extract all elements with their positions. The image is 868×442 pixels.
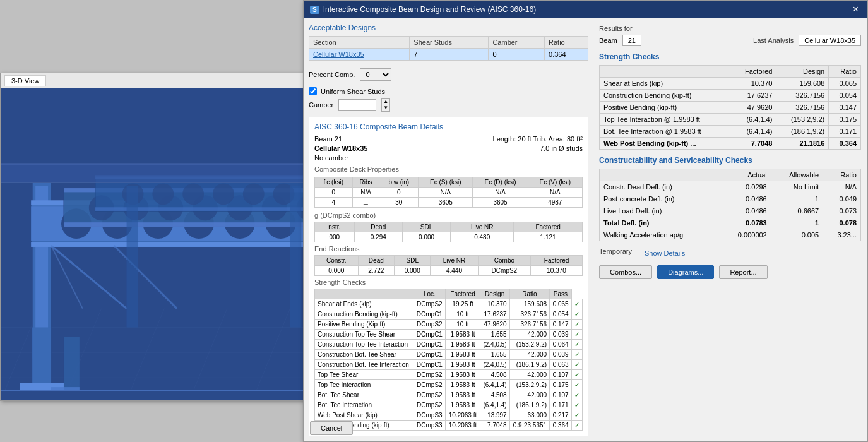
col-shear-studs: Shear Studs (410, 37, 489, 49)
th-rdead: Dead (358, 256, 394, 266)
beam-camber-info: No camber (314, 154, 348, 162)
app-icon: S (310, 6, 319, 14)
bottom-buttons: Combos... Diagrams... Report... (599, 265, 861, 279)
svg-rect-66 (290, 186, 302, 327)
th-sname (315, 289, 413, 299)
diagrams-button[interactable]: Diagrams... (657, 265, 714, 279)
th-rlivenr: Live NR (431, 256, 478, 266)
camber-spinner[interactable]: ▲ ▼ (381, 98, 390, 112)
table-row: Constr. Dead Defl. (in) 0.0298 No Limit … (600, 181, 861, 193)
table-row: Shear at Ends (kip) DCmpS2 19.25 ft 10.3… (315, 299, 583, 309)
table-row: Construction Top Tee Interaction DCmpC1 … (315, 340, 583, 350)
uniform-shear-row: Uniform Shear Studs (309, 87, 588, 95)
th-constr: Constr. (315, 256, 359, 266)
constructability-title: Constructability and Serviceability Chec… (599, 156, 861, 165)
last-analysis-label: Last Analysis (753, 37, 794, 44)
th-factored: Factored (514, 222, 583, 232)
col-section: Section (309, 37, 410, 49)
th-sratio: Ratio (509, 289, 549, 299)
cancel-button[interactable]: Cancel (310, 421, 353, 435)
table-row: Bot. Tee Interaction @ 1.9583 ft (6.4,1.… (600, 126, 861, 138)
load-row-0: 000 0.294 0.000 0.480 1.121 (315, 232, 583, 242)
table-row: Top Tee Interaction @ 1.9583 ft (6.4,1.4… (600, 114, 861, 126)
th-sfactored: Factored (446, 289, 480, 299)
beam-length-info: Length: 20 ft Trib. Area: 80 ft² (493, 135, 583, 143)
percent-comp-row: Percent Comp. 0255075100 (309, 66, 588, 83)
composite-row-1: 4 ⊥ 30 3605 3605 4987 (315, 198, 583, 208)
composite-row-0: 0 N/A 0 N/A N/A N/A (315, 188, 583, 198)
results-for-label: Results for (599, 25, 861, 32)
shear-studs-cell: 7 (410, 49, 489, 61)
reaction-row-0: 0.000 2.722 0.000 4.440 DCmpS2 10.370 (315, 266, 583, 276)
th-nstr: nstr. (315, 222, 355, 232)
svg-point-42 (213, 183, 234, 205)
th-cs-ratio: Ratio (823, 169, 861, 181)
strength-checks-detail-table: Loc. Factored Design Ratio Pass Shear at… (314, 289, 583, 431)
camber-label: Camber (309, 101, 333, 109)
beam-details-box: AISC 360-16 Composite Beam Details Beam … (309, 117, 588, 436)
th-sdl: SDL (402, 222, 450, 232)
th-rs-name (600, 66, 732, 78)
dialog-close-button[interactable]: × (850, 4, 861, 15)
th-sdesign: Design (480, 289, 509, 299)
reactions-table: Constr. Dead SDL Live NR Combo Factored … (314, 255, 583, 276)
table-row: Live Load Defl. (in) 0.0486 0.6667 0.073 (600, 205, 861, 217)
table-row: Shear at Ends (kip) 10.370 159.608 0.065 (600, 78, 861, 90)
table-row: Web Post Shear (kip) DCmpS3 10.2063 ft 1… (315, 410, 583, 421)
table-row: Top Tee Shear DCmpS2 1.9583 ft 4.508 42.… (315, 370, 583, 380)
table-row: Construction Bending (kip-ft) DCmpC1 10 … (315, 309, 583, 320)
percent-comp-label: Percent Comp. (309, 71, 355, 78)
loading-combo-label: g (DCmpS2 combo) (314, 212, 583, 219)
table-row[interactable]: Cellular W18x35 7 0 0.364 (309, 49, 588, 61)
th-bw: b w (in) (379, 177, 419, 188)
dialog-titlebar: S Interactive Composite Beam Design and … (304, 1, 867, 18)
svg-point-40 (152, 183, 174, 205)
th-rsdl: SDL (395, 256, 431, 266)
beam-camber-row: No camber (314, 154, 583, 162)
results-beam-row: Beam 21 Last Analysis Cellular W18x35 (599, 35, 861, 46)
strength-checks-title: Strength Checks (599, 52, 861, 61)
th-ecd: Ec (D) (ksi) (473, 177, 528, 188)
table-row: Total Defl. (in) 0.0783 1 0.078 (600, 217, 861, 229)
dialog-title: S Interactive Composite Beam Design and … (310, 5, 536, 14)
th-ribs: Ribs (352, 177, 379, 188)
th-cs-actual: Actual (720, 169, 771, 181)
th-cs-name (600, 169, 720, 181)
acceptable-designs-table: Section Shear Studs Camber Ratio Cellula… (309, 36, 588, 61)
beam-id: Beam 21 (314, 135, 342, 143)
last-analysis-value: Cellular W18x35 (799, 35, 861, 46)
temporary-label: Temporary (599, 248, 632, 255)
right-panel: Results for Beam 21 Last Analysis Cellul… (593, 18, 867, 441)
table-row: Web Post Bending (kip-ft) ... 7.7048 21.… (600, 138, 861, 150)
report-button[interactable]: Report... (719, 265, 767, 279)
dialog-title-text: Interactive Composite Beam Design and Re… (323, 5, 537, 14)
composite-deck-label: Composite Deck Properties (314, 165, 583, 173)
table-row: Bot. Tee Interaction DCmpS2 1.9583 ft (6… (315, 400, 583, 410)
th-rs-ratio: Ratio (829, 66, 861, 78)
uniform-shear-label: Uniform Shear Studs (321, 88, 385, 95)
th-dead: Dead (354, 222, 402, 232)
composite-deck-table: f'c (ksi) Ribs b w (in) Ec (S) (ksi) Ec … (314, 177, 583, 208)
percent-comp-select[interactable]: 0255075100 (360, 68, 391, 81)
table-row: Web Post Bending (kip-ft) DCmpS3 10.2063… (315, 421, 583, 431)
beam-section-name: Cellular W18x35 (314, 145, 367, 152)
beam-info-row: Beam 21 Length: 20 ft Trib. Area: 80 ft² (314, 135, 583, 143)
th-sloc: Loc. (413, 289, 446, 299)
ratio-cell: 0.364 (545, 49, 588, 61)
show-details-label: Show Details (645, 249, 685, 257)
table-row: Construction Top Tee Shear DCmpC1 1.9583… (315, 330, 583, 340)
table-row: Construction Bot. Tee Interaction DCmpC1… (315, 360, 583, 370)
main-dialog: S Interactive Composite Beam Design and … (303, 0, 868, 442)
combos-button[interactable]: Combos... (599, 265, 652, 279)
reactions-label: End Reactions (314, 245, 583, 253)
uniform-shear-checkbox[interactable] (309, 87, 317, 95)
section-link[interactable]: Cellular W18x35 (313, 51, 364, 58)
beam-studs-row: Cellular W18x35 7.0 in Ø studs (314, 145, 583, 152)
svg-rect-65 (127, 186, 138, 327)
3d-view-tab[interactable]: 3-D View (4, 75, 46, 86)
th-spass: Pass (550, 289, 572, 299)
camber-cell: 0 (489, 49, 545, 61)
svg-point-43 (243, 183, 265, 205)
th-ecs: Ec (S) (ksi) (419, 177, 473, 188)
camber-input[interactable]: 0.00 (338, 99, 376, 110)
